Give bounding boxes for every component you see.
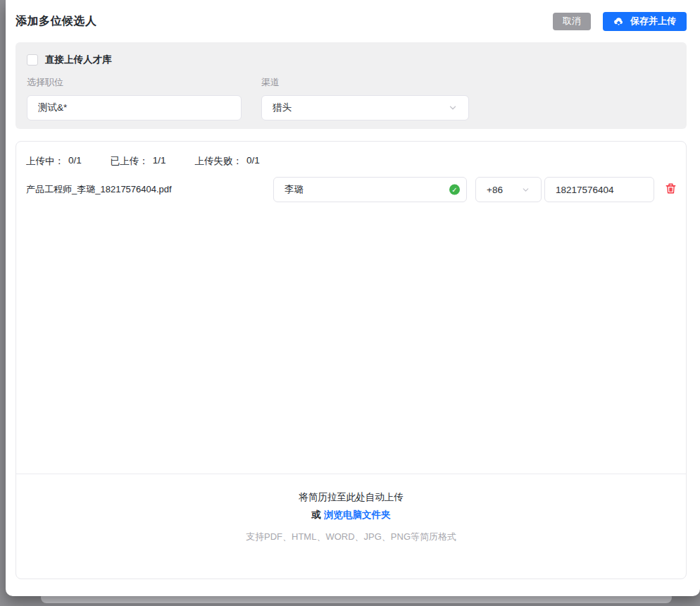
position-label: 选择职位 — [27, 76, 242, 89]
file-row: 产品工程师_李璐_18217576404.pdf ✓ +86 — [16, 177, 686, 202]
add-candidates-modal: 添加多位候选人 取消 保存并上传 直接上传人才库 选择职位 渠道 — [6, 0, 700, 596]
dropzone-or-text: 或 — [312, 509, 322, 520]
trash-icon — [665, 183, 676, 197]
chevron-down-icon — [448, 103, 458, 113]
cancel-button[interactable]: 取消 — [553, 13, 591, 30]
status-failed-value: 0/1 — [246, 155, 260, 168]
cloud-upload-icon — [613, 16, 624, 27]
settings-form-row: 选择职位 渠道 猎头 — [27, 76, 675, 120]
header-actions: 取消 保存并上传 — [553, 12, 687, 31]
channel-select[interactable]: 猎头 — [261, 95, 469, 120]
phone-input[interactable] — [544, 177, 654, 202]
page-title: 添加多位候选人 — [15, 14, 97, 29]
browse-files-link[interactable]: 浏览电脑文件夹 — [324, 509, 391, 520]
dropzone-hint: 将简历拉至此处自动上传 — [16, 491, 686, 504]
save-upload-button[interactable]: 保存并上传 — [603, 12, 687, 31]
status-uploading: 上传中： 0/1 — [26, 155, 82, 168]
candidate-name-field: ✓ — [273, 177, 467, 202]
status-uploaded: 已上传： 1/1 — [111, 155, 166, 168]
save-upload-label: 保存并上传 — [630, 15, 676, 27]
direct-upload-label: 直接上传人才库 — [45, 54, 112, 66]
country-code-select[interactable]: +86 — [475, 177, 542, 202]
direct-upload-checkbox-row[interactable]: 直接上传人才库 — [27, 54, 675, 66]
direct-upload-checkbox[interactable] — [27, 54, 38, 66]
check-circle-icon: ✓ — [449, 185, 460, 195]
status-failed-label: 上传失败： — [195, 155, 243, 168]
modal-header: 添加多位候选人 取消 保存并上传 — [6, 0, 700, 42]
country-code-value: +86 — [487, 185, 503, 195]
candidate-name-input[interactable] — [273, 177, 467, 202]
file-name: 产品工程师_李璐_18217576404.pdf — [26, 183, 273, 196]
file-list-empty-area — [16, 202, 686, 474]
status-uploaded-label: 已上传： — [111, 155, 149, 168]
dropzone-browse-line: 或 浏览电脑文件夹 — [16, 509, 686, 521]
channel-label: 渠道 — [261, 76, 469, 89]
delete-file-button[interactable] — [665, 183, 676, 197]
channel-field: 渠道 猎头 — [261, 76, 469, 120]
upload-status-row: 上传中： 0/1 已上传： 1/1 上传失败： 0/1 — [16, 142, 686, 168]
status-uploaded-value: 1/1 — [153, 155, 166, 168]
upload-settings-panel: 直接上传人才库 选择职位 渠道 猎头 — [15, 42, 687, 129]
status-uploading-value: 0/1 — [68, 155, 82, 168]
status-failed: 上传失败： 0/1 — [195, 155, 260, 168]
upload-list-panel: 上传中： 0/1 已上传： 1/1 上传失败： 0/1 产品工程师_李璐_182… — [15, 141, 687, 579]
chevron-down-icon — [521, 185, 530, 194]
position-field: 选择职位 — [27, 76, 242, 120]
dropzone-formats-hint: 支持PDF、HTML、WORD、JPG、PNG等简历格式 — [16, 531, 686, 543]
position-input[interactable] — [27, 95, 242, 120]
channel-selected-value: 猎头 — [273, 101, 292, 114]
resume-dropzone[interactable]: 将简历拉至此处自动上传 或 浏览电脑文件夹 支持PDF、HTML、WORD、JP… — [16, 474, 686, 579]
status-uploading-label: 上传中： — [26, 155, 64, 168]
